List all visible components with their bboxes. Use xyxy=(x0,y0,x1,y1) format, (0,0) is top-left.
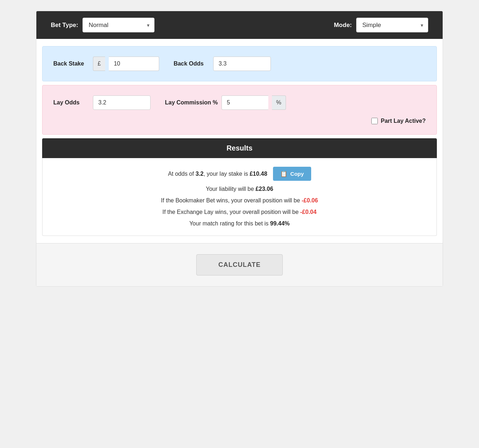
bet-type-label: Bet Type: xyxy=(51,22,78,29)
part-lay-label[interactable]: Part Lay Active? xyxy=(371,118,426,124)
match-rating-line: Your match rating for this bet is 99.44% xyxy=(50,220,429,227)
lay-commission-label: Lay Commission % xyxy=(165,99,218,106)
results-body: At odds of 3.2, your lay stake is £10.48… xyxy=(42,158,437,236)
back-section: Back Stake £ Back Odds xyxy=(42,46,437,81)
liability-line: Your liability will be £23.06 xyxy=(50,186,429,192)
currency-symbol: £ xyxy=(93,57,105,71)
bookmaker-win-line: If the Bookmaker Bet wins, your overall … xyxy=(50,197,429,204)
back-stake-group: Back Stake £ xyxy=(53,57,159,71)
bet-type-select[interactable]: Normal Each Way SNR xyxy=(82,18,155,32)
liability-value: £23.06 xyxy=(256,186,273,192)
lay-odds-group: Lay Odds xyxy=(53,95,151,110)
bet-type-group: Bet Type: Normal Each Way SNR xyxy=(51,18,155,32)
header-bar: Bet Type: Normal Each Way SNR Mode: Simp… xyxy=(36,11,443,39)
back-stake-label: Back Stake xyxy=(53,61,89,67)
back-odds-group: Back Odds xyxy=(174,57,271,71)
exchange-win-value: -£0.04 xyxy=(300,209,317,215)
mode-select-wrapper: Simple Advanced xyxy=(356,18,428,32)
copy-button[interactable]: 📋 Copy xyxy=(273,167,311,181)
results-header: Results xyxy=(42,138,437,158)
part-lay-row: Part Lay Active? xyxy=(53,118,426,124)
exchange-win-line: If the Exchange Lay wins, your overall p… xyxy=(50,209,429,215)
copy-icon: 📋 xyxy=(280,170,287,177)
result-lay-odds: 3.2 xyxy=(196,171,203,177)
match-rating-value: 99.44% xyxy=(270,220,290,227)
lay-row: Lay Odds Lay Commission % % xyxy=(53,95,426,110)
back-stake-input[interactable] xyxy=(109,57,159,71)
back-odds-label: Back Odds xyxy=(174,61,210,67)
lay-stake-text: At odds of 3.2, your lay stake is £10.48 xyxy=(168,171,267,177)
mode-label: Mode: xyxy=(334,22,352,29)
percent-suffix: % xyxy=(272,95,286,110)
lay-commission-input[interactable] xyxy=(221,95,268,110)
bet-type-select-wrapper: Normal Each Way SNR xyxy=(82,18,155,32)
mode-group: Mode: Simple Advanced xyxy=(334,18,428,32)
lay-odds-input[interactable] xyxy=(93,95,151,110)
lay-section: Lay Odds Lay Commission % % Part Lay Act… xyxy=(42,85,437,135)
lay-odds-label: Lay Odds xyxy=(53,99,89,106)
results-title: Results xyxy=(227,144,252,152)
result-lay-stake: £10.48 xyxy=(250,171,267,177)
app-container: Bet Type: Normal Each Way SNR Mode: Simp… xyxy=(36,11,443,287)
lay-commission-group: Lay Commission % % xyxy=(165,95,286,110)
bookmaker-win-value: -£0.06 xyxy=(302,197,318,203)
back-odds-input[interactable] xyxy=(213,57,271,71)
copy-button-label: Copy xyxy=(290,171,304,177)
part-lay-checkbox[interactable] xyxy=(371,118,378,124)
mode-select[interactable]: Simple Advanced xyxy=(356,18,428,32)
calculate-button[interactable]: CALCULATE xyxy=(196,254,283,275)
footer: CALCULATE xyxy=(36,243,443,286)
part-lay-text: Part Lay Active? xyxy=(381,118,426,124)
lay-stake-row: At odds of 3.2, your lay stake is £10.48… xyxy=(50,167,429,181)
